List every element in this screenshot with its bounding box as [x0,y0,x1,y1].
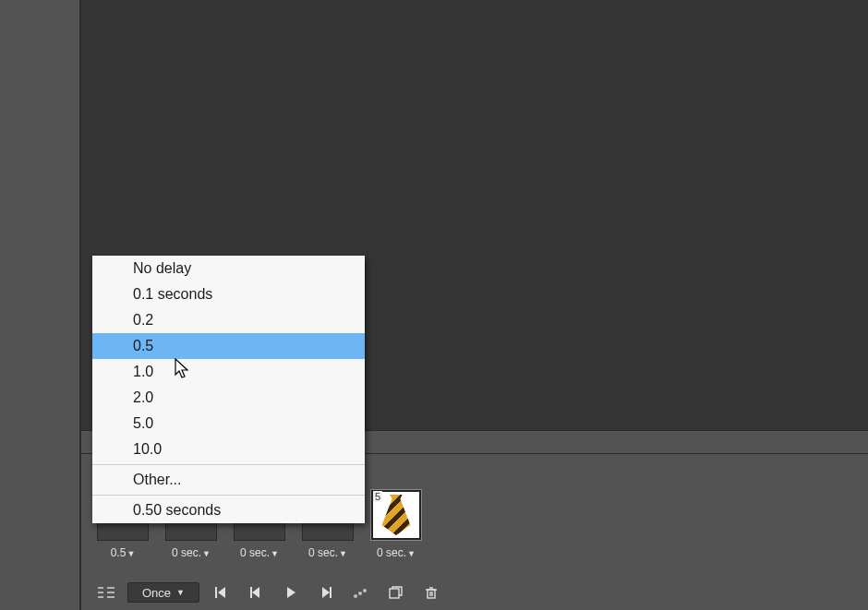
delay-option-2-0[interactable]: 2.0 [92,385,365,411]
svg-rect-9 [250,587,252,598]
frame-delay-value: 0 sec. [240,546,270,559]
frame-delay-select[interactable]: 0 sec.▼ [225,546,294,559]
svg-rect-6 [215,587,217,598]
loop-select[interactable]: Once ▼ [127,582,199,603]
delay-option-0-5[interactable]: 0.5 [92,333,365,359]
svg-marker-11 [322,587,330,598]
chevron-down-icon: ▼ [271,549,279,558]
svg-point-13 [354,594,357,598]
chevron-down-icon: ▼ [407,549,416,558]
menu-separator [92,495,365,496]
tween-button[interactable] [344,580,379,604]
delay-option-0-1[interactable]: 0.1 seconds [92,281,365,307]
duplicate-frame-button[interactable] [379,580,414,604]
delete-frame-button[interactable] [414,580,449,604]
play-button[interactable] [273,580,308,604]
frame-delay-select[interactable]: 0 sec.▼ [362,546,430,559]
frame-number: 5 [373,491,382,502]
next-frame-button[interactable] [308,580,344,604]
delay-option-10-0[interactable]: 10.0 [92,437,365,462]
svg-rect-12 [330,587,332,598]
frame-delay-value: 0 sec. [308,546,338,559]
loop-label: Once [142,586,171,600]
frame-delay-select[interactable]: 0 sec.▼ [157,546,225,559]
svg-rect-17 [428,590,435,598]
svg-marker-10 [287,587,295,598]
menu-separator [92,464,365,465]
delay-option-other[interactable]: Other... [92,467,365,493]
chevron-down-icon: ▼ [202,549,211,558]
first-frame-button[interactable] [203,580,238,604]
chevron-down-icon: ▼ [127,549,135,558]
delay-option-no-delay[interactable]: No delay [92,256,365,281]
frame-5[interactable]: 5 0 sec.▼ [362,489,430,559]
delay-option-0-2[interactable]: 0.2 [92,307,365,333]
chevron-down-icon: ▼ [176,588,185,597]
timeline-controls: Once ▼ [89,580,449,605]
prev-frame-button[interactable] [238,580,273,604]
frame-delay-value: 0 sec. [172,546,201,559]
svg-point-14 [358,592,362,595]
delay-current-value[interactable]: 0.50 seconds [92,497,365,523]
frame-delay-dropdown: No delay 0.1 seconds 0.2 0.5 1.0 2.0 5.0… [92,256,365,523]
left-gutter [0,0,79,610]
frame-delay-value: 0.5 [111,546,127,559]
timeline-mode-button[interactable] [89,580,124,604]
frame-delay-value: 0 sec. [377,546,406,559]
delay-option-5-0[interactable]: 5.0 [92,411,365,437]
delay-option-1-0[interactable]: 1.0 [92,359,365,385]
svg-marker-7 [218,587,225,598]
svg-point-15 [363,589,367,592]
svg-rect-16 [390,589,399,598]
svg-marker-8 [252,587,259,598]
frame-delay-select[interactable]: 0.5▼ [89,546,157,559]
chevron-down-icon: ▼ [339,549,347,558]
frame-delay-select[interactable]: 0 sec.▼ [294,546,362,559]
